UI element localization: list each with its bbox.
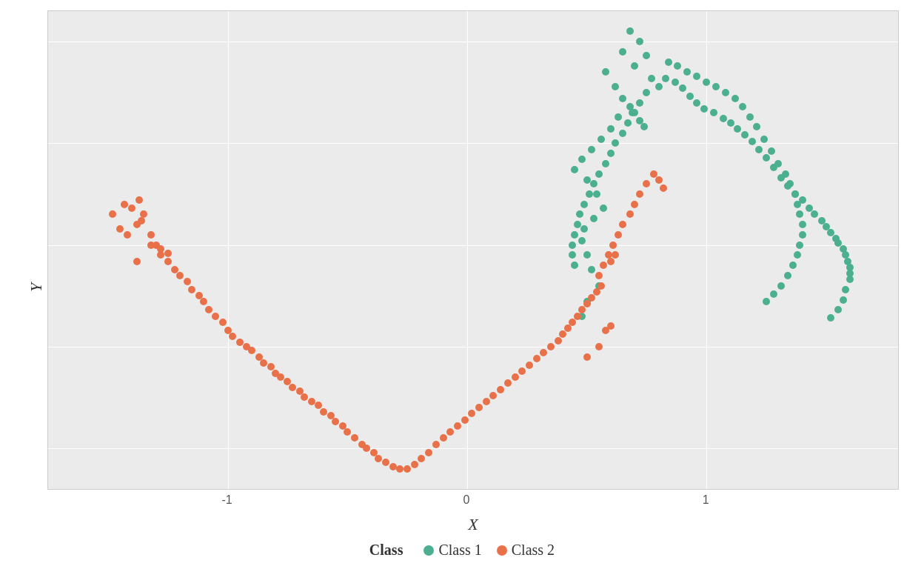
data-point xyxy=(612,83,619,90)
data-point xyxy=(619,221,626,228)
data-point xyxy=(461,416,469,424)
data-point xyxy=(583,251,591,259)
data-point xyxy=(595,343,603,350)
data-point xyxy=(133,258,141,265)
data-point xyxy=(583,353,591,361)
data-point xyxy=(375,455,382,462)
data-point xyxy=(794,251,801,259)
data-point xyxy=(693,99,700,107)
data-point xyxy=(260,359,267,367)
data-point xyxy=(626,210,634,218)
data-point xyxy=(164,258,172,265)
data-point xyxy=(662,75,669,82)
data-point xyxy=(580,201,588,208)
data-point xyxy=(533,355,540,362)
x-tick-label: -1 xyxy=(221,493,232,507)
data-point xyxy=(739,103,746,110)
data-point xyxy=(636,38,643,45)
data-point xyxy=(732,95,739,102)
data-point xyxy=(760,136,768,143)
data-point xyxy=(176,272,184,279)
data-point xyxy=(827,314,834,322)
data-point xyxy=(605,251,612,259)
data-point xyxy=(636,190,643,198)
data-point xyxy=(624,119,632,127)
data-point xyxy=(763,298,770,305)
data-point xyxy=(789,262,797,269)
data-point xyxy=(607,150,615,157)
data-point xyxy=(626,27,634,35)
chart-area: Y -1.0-0.50.00.51.0 -101 X xyxy=(25,10,899,534)
data-point xyxy=(846,276,854,283)
grid-line-h xyxy=(48,245,898,246)
data-point xyxy=(483,398,490,405)
data-point xyxy=(389,463,397,470)
data-point xyxy=(710,109,717,116)
data-point xyxy=(777,282,785,290)
plot-panel: -1.0-0.50.00.51.0 xyxy=(47,10,899,490)
data-point xyxy=(571,262,578,269)
data-point xyxy=(128,204,135,212)
legend-title: Class xyxy=(369,542,404,559)
data-point xyxy=(475,404,483,411)
data-point xyxy=(672,79,679,86)
chart-container: Y -1.0-0.50.00.51.0 -101 X Class Class 1… xyxy=(25,10,899,559)
data-point xyxy=(497,386,504,393)
data-point xyxy=(351,434,358,442)
data-point xyxy=(602,68,609,76)
data-point xyxy=(741,131,749,139)
data-point xyxy=(188,286,195,293)
data-point xyxy=(578,306,586,313)
data-point xyxy=(619,95,626,102)
data-point xyxy=(571,231,578,239)
data-point xyxy=(277,373,284,381)
legend-label-class1: Class 1 xyxy=(438,542,481,559)
data-point xyxy=(555,337,562,345)
data-point xyxy=(569,251,576,259)
data-point xyxy=(164,250,172,257)
data-point xyxy=(655,83,663,90)
data-point xyxy=(289,384,296,391)
data-point xyxy=(643,180,650,187)
data-point xyxy=(219,319,227,326)
data-point xyxy=(236,339,244,346)
legend-dot-class2 xyxy=(497,545,507,556)
data-point xyxy=(794,201,801,208)
grid-line-v xyxy=(228,11,229,489)
data-point xyxy=(615,113,622,121)
data-point xyxy=(200,298,207,305)
data-point xyxy=(578,237,586,244)
data-point xyxy=(600,204,607,212)
data-point xyxy=(382,459,389,466)
data-point xyxy=(629,109,636,116)
x-tick-label: 0 xyxy=(463,493,469,507)
data-point xyxy=(248,347,255,354)
data-point xyxy=(786,180,794,187)
data-point xyxy=(631,62,638,70)
data-point xyxy=(588,294,595,302)
data-point xyxy=(109,210,116,218)
data-point xyxy=(121,201,128,208)
data-point xyxy=(301,393,308,401)
data-point xyxy=(612,139,619,147)
data-point xyxy=(411,461,418,468)
data-point xyxy=(432,441,440,448)
data-point xyxy=(712,83,720,90)
legend: Class Class 1 Class 2 xyxy=(369,542,555,559)
data-point xyxy=(774,160,782,167)
data-point xyxy=(147,242,155,249)
x-tick-label: 1 xyxy=(703,493,709,507)
data-point xyxy=(116,225,124,233)
data-point xyxy=(753,123,760,130)
data-point xyxy=(755,146,763,153)
grid-line-h xyxy=(48,347,898,347)
data-point xyxy=(636,99,643,107)
data-point xyxy=(184,278,191,285)
data-point xyxy=(205,306,212,313)
data-point xyxy=(332,418,339,425)
data-point xyxy=(700,105,708,113)
grid-line-h xyxy=(48,41,898,42)
data-point xyxy=(583,300,591,307)
data-point xyxy=(619,48,626,56)
data-point xyxy=(693,73,700,80)
